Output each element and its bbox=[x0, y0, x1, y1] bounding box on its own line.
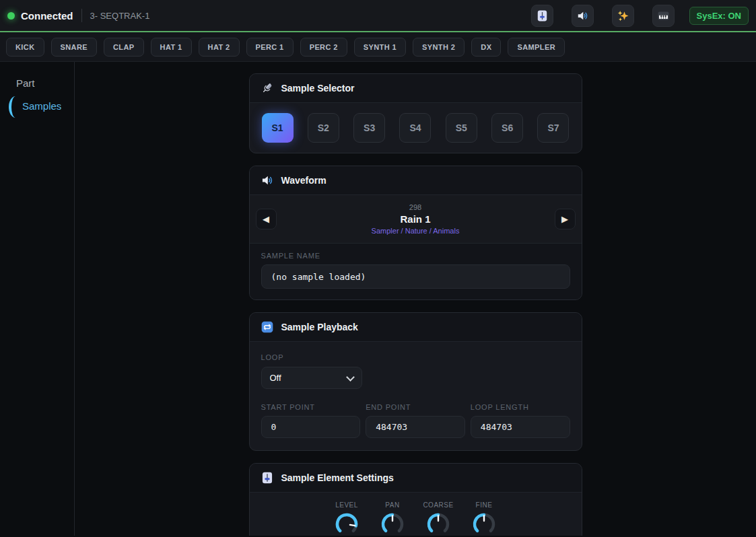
mixer-slider-icon bbox=[536, 9, 549, 22]
device-name: 3- SEQTRAK-1 bbox=[90, 11, 150, 21]
level-knob[interactable] bbox=[333, 511, 360, 536]
keyboard-icon bbox=[657, 9, 670, 22]
repeat-icon bbox=[261, 320, 274, 334]
part-tab-kick[interactable]: KICK bbox=[6, 38, 44, 57]
sidebar-section-label: Part bbox=[16, 77, 74, 89]
point-field-label: END POINT bbox=[366, 403, 465, 411]
sparkles-icon bbox=[617, 9, 629, 22]
card-title: Sample Selector bbox=[281, 83, 355, 94]
preset-name: Rain 1 bbox=[277, 213, 555, 225]
sample-name-section: SAMPLE NAME bbox=[250, 244, 582, 299]
sample-name-input[interactable] bbox=[261, 264, 570, 289]
loop-length-input[interactable] bbox=[471, 416, 570, 438]
mixer-button[interactable] bbox=[531, 5, 553, 27]
keyboard-button[interactable] bbox=[652, 5, 675, 27]
previous-preset-button[interactable]: ◀ bbox=[256, 209, 277, 229]
part-tab-perc-1[interactable]: PERC 1 bbox=[246, 38, 294, 57]
point-field-end-point: END POINT bbox=[366, 403, 465, 438]
waveform-card: Waveform ◀ 298 Rain 1 Sampler / Nature /… bbox=[249, 166, 582, 300]
knob-group-coarse: COARSE0 st bbox=[422, 501, 454, 536]
part-tab-clap[interactable]: CLAP bbox=[104, 38, 144, 57]
sample-playback-header: Sample Playback bbox=[250, 313, 582, 342]
part-tab-synth-2[interactable]: SYNTH 2 bbox=[413, 38, 465, 57]
sidebar-item-label: Samples bbox=[22, 100, 61, 112]
connection-status-dot bbox=[7, 12, 15, 20]
preset-info: 298 Rain 1 Sampler / Nature / Animals bbox=[277, 203, 555, 235]
waveform-header: Waveform bbox=[250, 166, 582, 195]
sample-selector-card: Sample Selector S1S2S3S4S5S6S7 bbox=[249, 73, 582, 153]
effects-button[interactable] bbox=[612, 5, 634, 27]
sample-name-label: SAMPLE NAME bbox=[261, 252, 570, 260]
loop-label: LOOP bbox=[261, 353, 570, 361]
sample-slot-row: S1S2S3S4S5S6S7 bbox=[250, 103, 582, 153]
header-divider bbox=[81, 9, 82, 22]
knob-row: LEVEL100PANCCOARSE0 stFINE0 ct bbox=[250, 493, 582, 536]
sample-slot-s2[interactable]: S2 bbox=[308, 113, 339, 143]
knob-group-level: LEVEL100 bbox=[331, 501, 363, 536]
start-point-input[interactable] bbox=[261, 416, 361, 438]
sidebar-item-samples[interactable]: Samples bbox=[0, 100, 74, 112]
microphone-icon bbox=[261, 81, 274, 95]
main-panel: Sample Selector S1S2S3S4S5S6S7 Waveform … bbox=[75, 62, 756, 536]
sysex-status-badge[interactable]: SysEx: ON bbox=[689, 7, 749, 25]
part-tab-sampler[interactable]: SAMPLER bbox=[508, 38, 565, 57]
point-field-loop-length: LOOP LENGTH bbox=[471, 403, 570, 438]
point-field-start-point: START POINT bbox=[261, 403, 361, 438]
sample-element-settings-header: Sample Element Settings bbox=[250, 464, 582, 493]
card-title: Waveform bbox=[281, 175, 327, 186]
part-tab-hat-2[interactable]: HAT 2 bbox=[199, 38, 240, 57]
sample-slot-s7[interactable]: S7 bbox=[537, 113, 569, 143]
preset-number: 298 bbox=[277, 203, 555, 211]
part-tab-synth-1[interactable]: SYNTH 1 bbox=[354, 38, 406, 57]
sample-playback-body: LOOP Off START POINTEND POINTLOOP LENGTH bbox=[250, 342, 582, 450]
sidebar: Part Samples bbox=[0, 62, 75, 536]
preset-category-link[interactable]: Sampler / Nature / Animals bbox=[277, 227, 555, 235]
sample-element-settings-card: Sample Element Settings LEVEL100PANCCOAR… bbox=[249, 463, 582, 536]
point-field-label: START POINT bbox=[261, 403, 361, 411]
sample-slot-s5[interactable]: S5 bbox=[446, 113, 477, 143]
speaker-icon bbox=[261, 174, 274, 187]
part-tab-perc-2[interactable]: PERC 2 bbox=[300, 38, 347, 57]
part-tab-hat-1[interactable]: HAT 1 bbox=[151, 38, 192, 57]
knob-label: FINE bbox=[468, 501, 500, 509]
loop-select-wrap: Off bbox=[261, 367, 362, 389]
part-tab-bar: KICKSNARECLAPHAT 1HAT 2PERC 1PERC 2SYNTH… bbox=[0, 32, 756, 62]
knob-group-pan: PANC bbox=[376, 501, 409, 536]
loop-select[interactable]: Off bbox=[261, 367, 362, 389]
knob-group-fine: FINE0 ct bbox=[468, 501, 500, 536]
sample-selector-header: Sample Selector bbox=[250, 74, 582, 103]
audio-button[interactable] bbox=[572, 5, 594, 27]
end-point-input[interactable] bbox=[366, 416, 465, 438]
knob-label: LEVEL bbox=[331, 501, 363, 509]
card-title: Sample Element Settings bbox=[281, 472, 394, 483]
knob-label: PAN bbox=[376, 501, 409, 509]
part-tab-snare[interactable]: SNARE bbox=[51, 38, 98, 57]
connection-status-label: Connected bbox=[21, 10, 73, 22]
active-item-marker bbox=[9, 96, 15, 118]
pan-knob[interactable] bbox=[379, 511, 406, 536]
knob-label: COARSE bbox=[422, 501, 454, 509]
point-field-label: LOOP LENGTH bbox=[471, 403, 570, 411]
part-tab-dx[interactable]: DX bbox=[471, 38, 501, 57]
sample-slot-s3[interactable]: S3 bbox=[353, 113, 385, 143]
sample-playback-card: Sample Playback LOOP Off START POINTEND … bbox=[249, 312, 582, 451]
loop-points-row: START POINTEND POINTLOOP LENGTH bbox=[261, 403, 570, 438]
sample-slot-s1[interactable]: S1 bbox=[262, 113, 294, 143]
preset-browser: ◀ 298 Rain 1 Sampler / Nature / Animals … bbox=[250, 195, 582, 244]
fine-knob[interactable] bbox=[471, 511, 497, 536]
top-header: Connected 3- SEQTRAK-1 SysEx: ON bbox=[0, 0, 756, 32]
card-title: Sample Playback bbox=[281, 322, 358, 332]
speaker-icon bbox=[576, 9, 589, 22]
sample-slot-s4[interactable]: S4 bbox=[399, 113, 431, 143]
next-preset-button[interactable]: ▶ bbox=[555, 209, 576, 229]
mixer-slider-icon bbox=[261, 471, 274, 485]
coarse-knob[interactable] bbox=[425, 511, 452, 536]
sample-slot-s6[interactable]: S6 bbox=[491, 113, 523, 143]
